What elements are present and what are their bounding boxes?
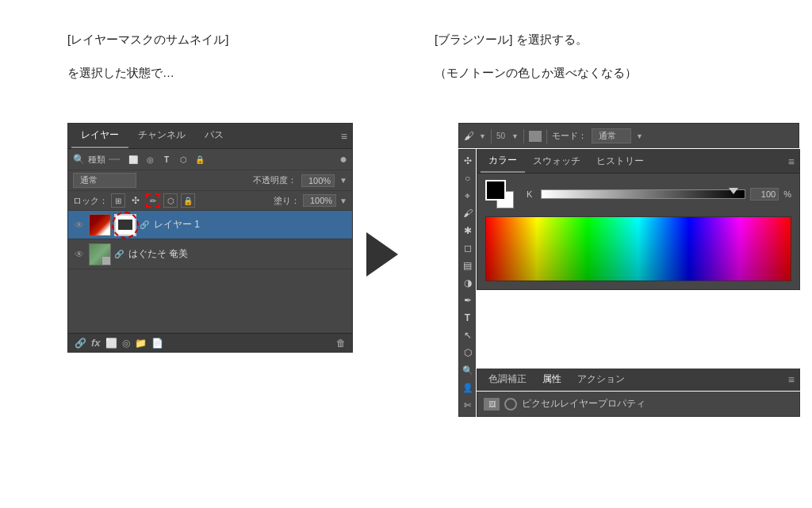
layer-visibility-icon-2[interactable]: 👁 bbox=[73, 248, 86, 261]
layer-link-1: 🔗 bbox=[140, 220, 149, 229]
tool-gradient[interactable]: ▤ bbox=[460, 258, 476, 273]
tool-brush[interactable]: 🖌 bbox=[460, 205, 476, 221]
color-controls-row: K 100 % bbox=[477, 174, 799, 215]
layer-name-1: レイヤー 1 bbox=[154, 218, 200, 231]
tool-lasso[interactable]: ⌖ bbox=[460, 188, 476, 204]
fx-icon[interactable]: fx bbox=[91, 337, 101, 349]
k-slider-row: K 100 % bbox=[527, 188, 791, 201]
right-caption-line1: [ブラシツール] を選択する。 bbox=[435, 30, 637, 49]
prop-image-icon: 🖼 bbox=[484, 398, 500, 411]
link-layers-icon[interactable]: 🔗 bbox=[75, 338, 86, 349]
tool-person[interactable]: 👤 bbox=[460, 380, 476, 395]
right-caption-line2: （モノトーンの色しか選べなくなる） bbox=[435, 63, 637, 82]
brush-dropdown-arrow[interactable]: ▼ bbox=[479, 132, 486, 140]
layers-panel-tabs: レイヤー チャンネル パス ≡ bbox=[68, 124, 352, 149]
kind-row: 🔍 種類 ⬜ ◎ T ⬡ 🔒 ● bbox=[68, 149, 352, 170]
brush-size-dropdown-arrow[interactable]: ▼ bbox=[511, 132, 519, 140]
tool-zoom[interactable]: 🔍 bbox=[460, 362, 476, 378]
kind-icon-shape: ⬡ bbox=[176, 152, 190, 166]
k-value-box[interactable]: 100 bbox=[750, 188, 779, 201]
tab-layers[interactable]: レイヤー bbox=[71, 124, 128, 148]
left-caption-line1: [レイヤーマスクのサムネイル] bbox=[67, 30, 228, 49]
tool-path-select[interactable]: ↖ bbox=[460, 327, 476, 343]
tab-actions[interactable]: アクション bbox=[569, 369, 633, 389]
tool-shape[interactable]: ⬡ bbox=[460, 345, 476, 361]
delete-layer-icon[interactable]: 🗑 bbox=[336, 338, 346, 349]
k-label: K bbox=[527, 189, 536, 199]
layer-thumb-2 bbox=[89, 243, 111, 265]
tool-move[interactable]: ✣ bbox=[460, 153, 476, 169]
opacity-value[interactable]: 100% bbox=[301, 174, 335, 187]
layer-thumb-1 bbox=[89, 214, 111, 236]
tool-eraser[interactable]: ◻ bbox=[460, 240, 476, 256]
layer-visibility-icon-1[interactable]: 👁 bbox=[73, 219, 86, 231]
tab-color[interactable]: カラー bbox=[481, 150, 525, 173]
kind-dropdown-display[interactable] bbox=[109, 159, 120, 160]
left-caption-line2: を選択した状態で… bbox=[67, 63, 228, 82]
fg-swatch[interactable] bbox=[485, 180, 506, 201]
fill-value[interactable]: 100% bbox=[303, 194, 336, 207]
tab-properties[interactable]: 属性 bbox=[534, 369, 569, 389]
layer-name-2: はぐたそ 奄美 bbox=[128, 247, 188, 261]
add-adjustment-icon[interactable]: ◎ bbox=[122, 338, 130, 349]
lock-label: ロック： bbox=[73, 195, 108, 207]
color-spectrum[interactable] bbox=[485, 216, 791, 281]
arrow-right-indicator bbox=[366, 232, 398, 277]
properties-row: 🖼 ピクセルレイヤープロパティ bbox=[477, 392, 800, 417]
bottom-panel-menu-icon[interactable]: ≡ bbox=[788, 373, 795, 386]
lock-icon-move[interactable]: ✣ bbox=[128, 193, 143, 208]
tools-strip: ✣ ○ ⌖ 🖌 ✱ ◻ ▤ ◑ ✒ T ↖ ⬡ 🔍 👤 ✄ bbox=[458, 149, 476, 417]
tab-history[interactable]: ヒストリー bbox=[588, 151, 652, 172]
color-panel-menu-icon[interactable]: ≡ bbox=[788, 155, 795, 168]
k-slider-track[interactable] bbox=[541, 189, 745, 199]
lock-icon-checkered[interactable]: ⊞ bbox=[111, 193, 125, 208]
tool-clone[interactable]: ✱ bbox=[460, 223, 476, 239]
panel-menu-icon[interactable]: ≡ bbox=[341, 130, 347, 143]
tab-paths[interactable]: パス bbox=[195, 124, 233, 148]
mode-dropdown-display[interactable]: 通常 bbox=[592, 128, 631, 143]
kind-label: 種類 bbox=[88, 154, 105, 166]
blend-mode-display[interactable]: 通常 bbox=[73, 173, 136, 188]
opacity-label: 不透明度： bbox=[253, 174, 297, 186]
tool-pen[interactable]: ✒ bbox=[460, 292, 476, 308]
layer-mask-thumb-1[interactable] bbox=[114, 214, 136, 236]
fill-label: 塗り： bbox=[274, 195, 300, 207]
color-panel-tabs: カラー スウォッチ ヒストリー ≡ bbox=[477, 150, 799, 174]
tool-extra[interactable]: ✄ bbox=[460, 397, 476, 413]
layer-row-2[interactable]: 👁 🔗 はぐたそ 奄美 bbox=[68, 239, 352, 269]
layers-panel-bottom-toolbar: 🔗 fx ⬜ ◎ 📁 📄 🗑 bbox=[68, 333, 352, 352]
add-mask-icon[interactable]: ⬜ bbox=[105, 338, 117, 349]
lock-icon-artboard[interactable]: ⬡ bbox=[163, 193, 178, 208]
blend-mode-row: 通常 不透明度： 100% ▼ bbox=[68, 170, 352, 191]
layers-panel: レイヤー チャンネル パス ≡ 🔍 種類 ⬜ ◎ T ⬡ 🔒 ● 通常 不透明度… bbox=[67, 123, 353, 353]
mode-dropdown-arrow[interactable]: ▼ bbox=[636, 132, 643, 140]
tool-ellipse-select[interactable]: ○ bbox=[460, 170, 476, 186]
layer-count-icon: ● bbox=[339, 152, 347, 166]
add-layer-icon[interactable]: 📄 bbox=[151, 338, 163, 349]
color-panel: カラー スウォッチ ヒストリー ≡ K 100 % bbox=[477, 149, 800, 290]
kind-icon-smart: 🔒 bbox=[193, 152, 207, 166]
brush-toolbar: 🖌 ▼ 50 ▼ モード： 通常 ▼ bbox=[458, 123, 799, 148]
kind-icon-pixel: ⬜ bbox=[126, 152, 140, 166]
lock-icon-lock[interactable]: 🔒 bbox=[181, 193, 195, 208]
tab-swatches[interactable]: スウォッチ bbox=[525, 151, 588, 172]
property-label: ピクセルレイヤープロパティ bbox=[522, 397, 645, 411]
kind-icon-type: T bbox=[159, 152, 174, 166]
layer-link-2: 🔗 bbox=[114, 250, 124, 258]
opacity-dropdown-arrow[interactable]: ▼ bbox=[339, 176, 347, 185]
brush-size-label: 50 bbox=[496, 132, 505, 140]
lock-icon-paint[interactable]: ✏ bbox=[146, 193, 160, 208]
mode-label: モード： bbox=[552, 130, 587, 142]
fg-bg-swatches bbox=[485, 180, 514, 208]
layer-row-1[interactable]: 👁 🔗 レイヤー 1 bbox=[68, 211, 352, 239]
search-icon: 🔍 bbox=[73, 154, 85, 165]
kind-icon-adjust: ◎ bbox=[143, 152, 157, 166]
k-unit: % bbox=[783, 189, 791, 199]
add-group-icon[interactable]: 📁 bbox=[135, 338, 147, 349]
brush-tool-icon[interactable]: 🖌 bbox=[464, 130, 474, 142]
fill-dropdown-arrow[interactable]: ▼ bbox=[339, 197, 347, 205]
tool-burn[interactable]: ◑ bbox=[460, 275, 476, 291]
tab-color-correction[interactable]: 色調補正 bbox=[481, 369, 534, 389]
tool-type[interactable]: T bbox=[460, 310, 476, 326]
tab-channels[interactable]: チャンネル bbox=[128, 124, 195, 148]
